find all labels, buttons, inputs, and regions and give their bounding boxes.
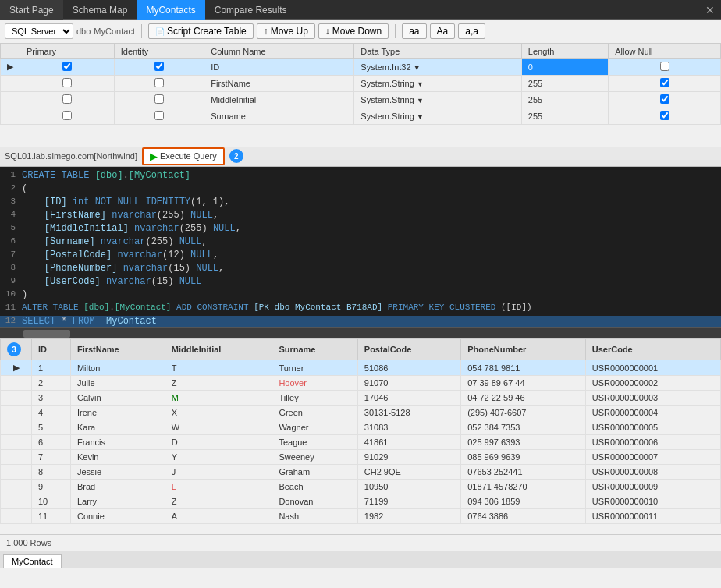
- dropdown-arrow-icon[interactable]: ▼: [417, 80, 424, 88]
- sql-editor[interactable]: 1 CREATE TABLE [dbo].[MyContact] 2 ( 3 […: [0, 167, 721, 328]
- font-large-btn[interactable]: a,a: [458, 23, 485, 39]
- result-row[interactable]: 3 Calvin M Tilley 17046 04 72 22 59 46 U…: [1, 391, 721, 406]
- identity-checkbox[interactable]: [154, 62, 164, 71]
- schema-row[interactable]: MiddleInitial System.String ▼ 255: [1, 91, 721, 108]
- result-row[interactable]: 2 Julie Z Hoover 91070 07 39 89 67 44 US…: [1, 376, 721, 391]
- tab-schema-map[interactable]: Schema Map: [63, 0, 137, 20]
- bottom-tab-mycontact[interactable]: MyContact: [3, 554, 62, 568]
- sql-line-1: 1 CREATE TABLE [dbo].[MyContact]: [0, 170, 721, 183]
- length-cell[interactable]: 255: [521, 108, 608, 124]
- postalcode-cell: 91029: [357, 450, 460, 465]
- usercode-cell: USR0000000002: [585, 376, 720, 391]
- row-indicator: [1, 376, 32, 391]
- middleinitial-cell: Z: [165, 376, 272, 391]
- horizontal-scrollbar[interactable]: [0, 328, 721, 338]
- dropdown-arrow-icon[interactable]: ▼: [414, 64, 421, 72]
- col-header-middleinitial: MiddleInitial: [165, 339, 272, 360]
- play-icon: ▶: [150, 151, 158, 162]
- schema-row[interactable]: ▶ ID System.Int32 ▼ 0: [1, 58, 721, 75]
- phone-cell: 094 306 1859: [461, 494, 586, 509]
- dropdown-arrow-icon[interactable]: ▼: [417, 113, 424, 121]
- null-cell[interactable]: [609, 58, 721, 75]
- line-number: 1: [0, 170, 22, 183]
- null-checkbox[interactable]: [660, 111, 670, 120]
- close-tab-icon[interactable]: ✕: [699, 1, 721, 19]
- line-number: 5: [0, 223, 22, 236]
- server-select[interactable]: SQL Server: [5, 23, 73, 39]
- data-type-cell[interactable]: System.String ▼: [354, 108, 521, 124]
- primary-cell[interactable]: [20, 108, 115, 124]
- move-up-label: Move Up: [271, 26, 308, 37]
- null-cell[interactable]: [609, 91, 721, 108]
- identity-checkbox[interactable]: [154, 78, 164, 87]
- query-toolbar: SQL01.lab.simego.com[Northwind] ▶ Execut…: [0, 147, 721, 167]
- execute-query-btn[interactable]: ▶ Execute Query: [142, 147, 225, 165]
- result-row[interactable]: 9 Brad L Beach 10950 01871 4578270 USR00…: [1, 480, 721, 494]
- schema-label: dbo: [76, 27, 91, 36]
- null-cell[interactable]: [609, 108, 721, 124]
- length-cell[interactable]: 0: [521, 58, 608, 75]
- line-content: [PostalCode] nvarchar(12) NULL,: [22, 250, 721, 263]
- null-cell[interactable]: [609, 75, 721, 91]
- result-row[interactable]: ▶ 1 Milton T Turner 51086 054 781 9811 U…: [1, 360, 721, 376]
- identity-checkbox[interactable]: [154, 94, 164, 104]
- tab-start-page[interactable]: Start Page: [0, 0, 63, 20]
- null-checkbox[interactable]: [660, 62, 670, 71]
- primary-cell[interactable]: [20, 58, 115, 75]
- table-label: MyContact: [94, 27, 135, 36]
- primary-cell[interactable]: [20, 75, 115, 91]
- scroll-thumb[interactable]: [23, 330, 70, 338]
- identity-cell[interactable]: [114, 75, 204, 91]
- line-number: 7: [0, 250, 22, 263]
- result-row[interactable]: 5 Kara W Wagner 31083 052 384 7353 USR00…: [1, 420, 721, 435]
- primary-cell[interactable]: [20, 91, 115, 108]
- move-down-btn[interactable]: ↓ Move Down: [318, 23, 389, 39]
- null-checkbox[interactable]: [660, 78, 670, 87]
- identity-cell[interactable]: [114, 108, 204, 124]
- data-type-cell[interactable]: System.String ▼: [354, 91, 521, 108]
- schema-section: Primary Identity Column Name Data Type L…: [0, 44, 721, 147]
- result-row[interactable]: 8 Jessie J Graham CH2 9QE 07653 252441 U…: [1, 465, 721, 480]
- phone-cell: 052 384 7353: [461, 420, 586, 435]
- identity-cell[interactable]: [114, 58, 204, 75]
- identity-checkbox[interactable]: [154, 111, 164, 120]
- badge-2: 2: [229, 149, 243, 163]
- usercode-cell: USR0000000004: [585, 406, 720, 420]
- schema-row[interactable]: FirstName System.String ▼ 255: [1, 75, 721, 91]
- row-indicator: [1, 494, 32, 509]
- data-type-cell[interactable]: System.Int32 ▼: [354, 58, 521, 75]
- row-indicator: ▶: [1, 360, 32, 376]
- tab-compare-results[interactable]: Compare Results: [205, 0, 297, 20]
- sql-line-8: 8 [PhoneNumber] nvarchar(15) NULL,: [0, 263, 721, 276]
- move-up-btn[interactable]: ↑ Move Up: [257, 23, 315, 39]
- results-section[interactable]: 3 ID FirstName MiddleInitial Surname Pos…: [0, 338, 721, 534]
- result-row[interactable]: 7 Kevin Y Sweeney 91029 085 969 9639 USR…: [1, 450, 721, 465]
- script-create-table-btn[interactable]: 📄 Script Create Table: [148, 23, 254, 39]
- result-row[interactable]: 11 Connie A Nash 1982 0764 3886 USR00000…: [1, 509, 721, 524]
- dropdown-arrow-icon[interactable]: ▼: [417, 97, 424, 104]
- font-medium-btn[interactable]: Aa: [430, 23, 456, 39]
- font-small-btn[interactable]: aa: [402, 23, 426, 39]
- length-cell[interactable]: 255: [521, 91, 608, 108]
- primary-checkbox[interactable]: [62, 62, 72, 71]
- primary-checkbox[interactable]: [62, 94, 72, 104]
- result-row[interactable]: 6 Francis D Teague 41861 025 997 6393 US…: [1, 435, 721, 450]
- length-cell[interactable]: 255: [521, 75, 608, 91]
- id-cell: 5: [32, 420, 71, 435]
- col-header-surname: Surname: [272, 339, 357, 360]
- postalcode-cell: 51086: [357, 360, 460, 376]
- tab-my-contacts[interactable]: MyContacts: [137, 0, 204, 20]
- identity-cell[interactable]: [114, 91, 204, 108]
- result-row[interactable]: 10 Larry Z Donovan 71199 094 306 1859 US…: [1, 494, 721, 509]
- null-checkbox[interactable]: [660, 94, 670, 104]
- separator-2: [395, 24, 396, 38]
- result-row[interactable]: 4 Irene X Green 30131-5128 (295) 407-660…: [1, 406, 721, 420]
- primary-checkbox[interactable]: [62, 111, 72, 120]
- line-number: 2: [0, 183, 22, 197]
- data-type-cell[interactable]: System.String ▼: [354, 75, 521, 91]
- move-down-label: Move Down: [332, 26, 382, 37]
- middleinitial-cell: X: [165, 406, 272, 420]
- primary-checkbox[interactable]: [62, 78, 72, 87]
- line-number: 11: [0, 303, 22, 316]
- schema-row[interactable]: Surname System.String ▼ 255: [1, 108, 721, 124]
